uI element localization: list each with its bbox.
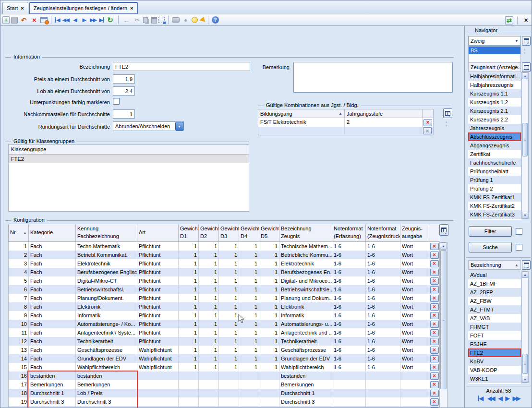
konfiguration-row[interactable]: 2FachBetriebl.Kommunikat.Pflichtunt11111…	[9, 251, 440, 259]
zeugnisart-item[interactable]: Abschlusszeugnis	[468, 132, 521, 141]
bezeichnung-list-header[interactable]: Bezeichnung ▲	[468, 260, 521, 270]
konfiguration-column-header[interactable]: Gewicht D4	[239, 224, 259, 241]
select-frame-icon[interactable]	[158, 17, 165, 23]
nav-next-fast-icon[interactable]: ▶▶	[89, 16, 97, 24]
chevron-down-icon[interactable]: ▼	[175, 122, 183, 131]
delete-row-button[interactable]: ×	[430, 286, 439, 293]
delete-row-button[interactable]: ×	[430, 312, 439, 319]
konfiguration-column-header[interactable]: Notenformat (Zeugnisdruck)	[366, 224, 400, 241]
scroll-up-icon[interactable]: ▲	[523, 48, 526, 51]
kombination-row[interactable]: FS/T Elektrotechnik 2 ×	[258, 118, 434, 127]
nav-prev-fast-icon[interactable]: ◀◀	[62, 16, 70, 24]
bezeichnung-item[interactable]: FTE2	[468, 348, 521, 357]
konfiguration-row[interactable]: 1FachTechn.MathematikPflichtunt11111Tech…	[9, 242, 440, 251]
bezeichnung-item[interactable]: AZ_1BFMF	[468, 279, 521, 288]
tab-start[interactable]: Start ×	[2, 2, 28, 14]
scrollbar-thumb[interactable]: ≡	[440, 250, 447, 389]
kombinationen-scrollbar[interactable]: ▲▼	[445, 120, 448, 127]
delete-row-button[interactable]: ×	[430, 269, 439, 276]
scroll-up-icon[interactable]: ▲	[445, 120, 448, 123]
scroll-down-button[interactable]: ▼	[522, 212, 528, 218]
bezeichnung-item[interactable]: FOFT	[468, 331, 521, 340]
preis-input[interactable]	[113, 74, 135, 84]
delete-row-button[interactable]: ×	[430, 277, 439, 285]
delete-row-button[interactable]: ×	[430, 347, 439, 354]
zeugnisart-scrollbar[interactable]: ▲ ≡ ▼	[521, 72, 529, 219]
delete-row-button[interactable]: ×	[430, 338, 439, 345]
konfiguration-row[interactable]: 8FachElektronikPflichtunt11111Elektronik…	[9, 302, 440, 311]
scroll-down-icon[interactable]: ▼	[523, 51, 526, 55]
nav-next-icon[interactable]: ▶	[80, 16, 88, 24]
column-options-button[interactable]	[443, 108, 452, 118]
pager-prev-icon[interactable]: ◀	[498, 396, 501, 401]
delete-row-button[interactable]: ×	[430, 381, 439, 388]
delete-row-button[interactable]: ×	[430, 390, 439, 397]
delete-row-button[interactable]: ×	[430, 252, 439, 259]
zeugnisart-item[interactable]: Halbjahreszeugnis	[468, 81, 521, 89]
delete-row-button[interactable]: ×	[430, 295, 439, 302]
zeugnisart-item[interactable]: KMK FS-Zertifikat2	[468, 202, 521, 210]
scroll-down-icon[interactable]: ▼	[445, 124, 448, 127]
zeugnisart-item[interactable]: Abgangszeugnis	[468, 141, 521, 150]
nav-first-icon[interactable]: ◀	[55, 17, 60, 23]
column-options-button[interactable]	[439, 224, 448, 236]
konfiguration-column-header[interactable]: Zeugnis- ausgabe	[400, 224, 429, 241]
bezeichnung-scrollbar[interactable]: ▲ ≡ ▼	[521, 271, 529, 383]
zeugnisart-header[interactable]: Zeugnisart (Anzeige...	[468, 62, 521, 72]
konfiguration-column-header[interactable]: Gewicht D5	[259, 224, 279, 241]
konfiguration-row[interactable]: 15FachWahlpflichtbereichWahlpflichtunt11…	[9, 363, 440, 372]
konfiguration-scrollbar[interactable]: ▲ ≡ ▼	[439, 242, 447, 408]
tab-zeugniseinstellungen[interactable]: Zeugniseinstellungen festlegen / ändern …	[29, 2, 138, 14]
zeugnisart-item[interactable]: Kurszeugnis 2.2	[468, 115, 521, 124]
zeugnisart-item[interactable]: Prüfung 2	[468, 184, 521, 193]
zeugnisart-item[interactable]: KMK FS-Zertifikat1	[468, 193, 521, 202]
tab-close-icon[interactable]: ×	[21, 5, 24, 11]
column-header-jahrgangsstufe[interactable]: Jahrgangsstufe	[345, 109, 423, 118]
delete-row-button[interactable]: ×	[430, 398, 439, 406]
refresh-icon[interactable]: ↻	[106, 16, 115, 24]
zweig-scrollbar[interactable]: ▲▼	[523, 48, 526, 55]
konfiguration-column-header[interactable]: Gewicht D2	[199, 224, 219, 241]
zeugnisart-item[interactable]: KMK FS-Zertifikat3	[468, 210, 521, 219]
delete-row-button[interactable]: ×	[430, 243, 439, 250]
new-record-icon[interactable]: +	[2, 16, 10, 24]
konfiguration-row[interactable]: 12FachTechnikerarbeitPflichtunt11111Tech…	[9, 337, 440, 346]
bezeichnung-item[interactable]: W3KE1	[468, 374, 521, 383]
zeugnisart-item[interactable]: Kurszeugnis 2.1	[468, 107, 521, 115]
konfiguration-column-header[interactable]: Art	[137, 224, 179, 241]
konfiguration-row[interactable]: 3FachElektrotechnikPflichtunt11111Elektr…	[9, 259, 440, 268]
konfiguration-column-header[interactable]: Bezeichnung Zeugnis	[279, 224, 332, 241]
konfiguration-row[interactable]: 13FachGeschäftsprozesseWahlpflichtunt111…	[9, 346, 440, 354]
konfiguration-row[interactable]: 7FachPlanung/Dokument.Pflichtunt11111Pla…	[9, 294, 440, 302]
zeugnisart-item[interactable]: Fachhochschulreife	[468, 158, 521, 167]
konfiguration-row[interactable]: 11FachAnlagentechnik / Syste...Pflichtun…	[9, 328, 440, 337]
delete-row-button[interactable]: ×	[430, 329, 439, 336]
konfiguration-column-header[interactable]: Kategorie	[29, 224, 76, 241]
column-options-button[interactable]	[522, 260, 531, 270]
edit-mask-icon[interactable]	[40, 17, 48, 23]
bemerkung-textarea[interactable]	[293, 62, 453, 93]
nav-last-icon[interactable]: ▶	[98, 17, 104, 23]
delete-row-button[interactable]: ×	[430, 321, 439, 328]
bezeichnung-item[interactable]: KoBV	[468, 357, 521, 366]
scroll-up-button[interactable]: ▲	[522, 271, 528, 278]
scrollbar-thumb[interactable]: ≡	[522, 123, 528, 156]
column-header-klassengruppe[interactable]: Klassengruppe	[9, 145, 249, 155]
filter-checkbox[interactable]	[516, 228, 522, 235]
delete-row-button[interactable]: ×	[423, 119, 432, 126]
kombination-empty-row[interactable]: ×	[258, 127, 434, 135]
help-icon[interactable]: ?	[212, 16, 219, 24]
lob-input[interactable]	[113, 86, 135, 96]
bezeichnung-item[interactable]: AZ_FBW	[468, 297, 521, 305]
bezeichnung-item[interactable]: AZ_FTMT	[468, 305, 521, 314]
pager-prev-fast-icon[interactable]: ◀◀	[487, 396, 494, 401]
konfiguration-row[interactable]: 19Durchschnitt 3Durchschnitt 3Durchschni…	[9, 397, 440, 406]
delete-row-button[interactable]: ×	[430, 355, 439, 362]
nachkommastellen-input[interactable]	[113, 109, 135, 119]
scroll-down-button[interactable]: ▼	[522, 376, 528, 383]
zeugnisart-item[interactable]: Halbjahresinformati...	[468, 72, 521, 81]
konfiguration-row[interactable]: 6FachBetriebswirtschaftsl.Pflichtunt1111…	[9, 285, 440, 294]
hint-icon[interactable]	[192, 17, 198, 23]
zweig-select[interactable]: Zweig ▼	[468, 36, 521, 46]
konfiguration-row[interactable]: 14FachGrundlagen der EDVWahlpflichtunt11…	[9, 354, 440, 363]
